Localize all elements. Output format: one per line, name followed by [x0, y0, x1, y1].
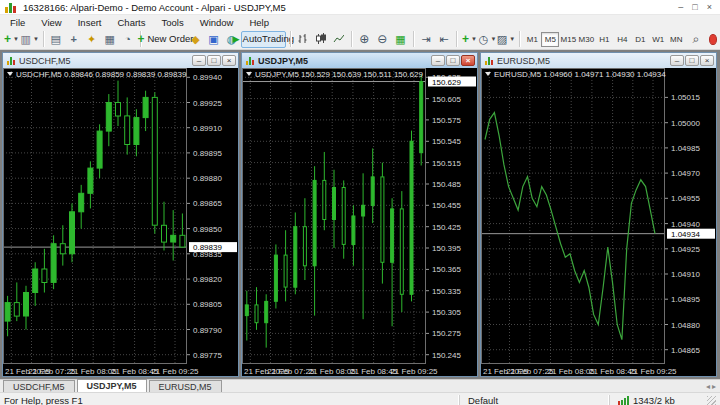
- indicators-button[interactable]: ▼: [461, 31, 478, 48]
- autotrading-toggle[interactable]: AutoTrading: [241, 31, 286, 48]
- app-logo-icon: [5, 2, 18, 13]
- metaeditor-button[interactable]: [187, 31, 204, 48]
- strategy-tester-button[interactable]: [119, 31, 136, 48]
- auto-scroll-button[interactable]: [417, 31, 434, 48]
- chart-window-titlebar[interactable]: USDJPY,M5 – □ ×: [242, 53, 477, 68]
- bid-price-box: 1.04934: [667, 229, 715, 239]
- svg-text:21 Feb 09:25: 21 Feb 09:25: [390, 367, 438, 376]
- window-minimize-button[interactable]: –: [670, 55, 684, 66]
- svg-text:150.575: 150.575: [432, 116, 461, 125]
- timeframe-button-m5[interactable]: M5: [541, 32, 559, 47]
- chart-window-eurusd[interactable]: EURUSD,M5 – □ × 1.050151.050001.049851.0…: [480, 52, 717, 377]
- chart-window-titlebar[interactable]: EURUSD,M5 – □ ×: [481, 53, 716, 68]
- menu-item-view[interactable]: View: [33, 17, 69, 28]
- candlestick-chart-button[interactable]: [312, 31, 329, 48]
- zoom-in-button[interactable]: [356, 31, 373, 48]
- community-icon: [208, 34, 218, 45]
- menu-item-file[interactable]: File: [2, 17, 33, 28]
- new-chart-button[interactable]: ▼: [3, 31, 20, 48]
- window-maximize-button[interactable]: □: [207, 55, 221, 66]
- community-button[interactable]: [205, 31, 222, 48]
- svg-text:150.365: 150.365: [432, 265, 461, 274]
- candlestick-chart-icon: [315, 33, 326, 45]
- chart-shift-button[interactable]: [435, 31, 452, 48]
- market-watch-button[interactable]: [47, 31, 64, 48]
- notification-badge[interactable]: [709, 34, 717, 45]
- profiles-button[interactable]: ▼: [21, 31, 39, 48]
- status-profile[interactable]: Default: [459, 395, 609, 405]
- svg-text:0.89865: 0.89865: [193, 199, 222, 208]
- time-axis: 21 Feb 202521 Feb 07:2521 Feb 08:0521 Fe…: [5, 367, 199, 376]
- window-close-button[interactable]: ×: [222, 55, 236, 66]
- timeframe-button-m1[interactable]: M1: [523, 32, 541, 47]
- app-maximize-button[interactable]: □: [692, 1, 697, 14]
- window-maximize-button[interactable]: □: [446, 55, 460, 66]
- menu-item-window[interactable]: Window: [192, 17, 242, 28]
- chart-window-titlebar[interactable]: USDCHF,M5 – □ ×: [3, 53, 238, 68]
- timeframe-button-h4[interactable]: H4: [613, 32, 631, 47]
- tab-scroll-left-button[interactable]: ◂: [706, 382, 710, 391]
- timeframe-button-m30[interactable]: M30: [577, 32, 595, 47]
- chart-plot-area[interactable]: 150.635150.605150.575150.545150.515150.4…: [242, 68, 477, 376]
- resize-grip[interactable]: [707, 396, 716, 405]
- tab-usdjpy-m5[interactable]: USDJPY,M5: [77, 379, 147, 392]
- menu-item-help[interactable]: Help: [241, 17, 277, 28]
- periods-icon: [479, 34, 489, 45]
- timeframe-button-h1[interactable]: H1: [595, 32, 613, 47]
- data-window-button[interactable]: [65, 31, 82, 48]
- templates-button[interactable]: ▼: [497, 31, 515, 48]
- app-close-button[interactable]: ×: [707, 1, 712, 14]
- periods-button[interactable]: ▼: [479, 31, 496, 48]
- zoom-out-button[interactable]: [374, 31, 391, 48]
- symbol-marker-icon: [7, 72, 13, 76]
- svg-text:1.04925: 1.04925: [671, 245, 700, 254]
- app-minimize-button[interactable]: –: [678, 1, 683, 14]
- tab-eurusd-m5[interactable]: EURUSD,M5: [149, 380, 222, 392]
- status-traffic: 1343/2 kb: [609, 395, 705, 405]
- templates-icon: [497, 34, 507, 45]
- navigator-icon: [87, 34, 96, 45]
- timeframe-button-w1[interactable]: W1: [649, 32, 667, 47]
- toolbar-separator: [413, 31, 414, 47]
- ohlc-info-text: USDCHF,M5 0.89846 0.89859 0.89839 0.8983…: [16, 70, 187, 79]
- svg-text:150.545: 150.545: [432, 137, 461, 146]
- chevron-down-icon: ▼: [509, 36, 515, 42]
- search-button[interactable]: [687, 31, 704, 48]
- line-chart-button[interactable]: [330, 31, 347, 48]
- navigator-button[interactable]: [83, 31, 100, 48]
- chart-window-usdjpy[interactable]: USDJPY,M5 – □ × 150.635150.605150.575150…: [241, 52, 478, 377]
- new-order-button[interactable]: New Order: [145, 31, 186, 48]
- toolbar-separator: [290, 31, 291, 47]
- timeframe-button-mn[interactable]: MN: [667, 32, 685, 47]
- svg-text:150.245: 150.245: [432, 351, 461, 360]
- timeframe-button-d1[interactable]: D1: [631, 32, 649, 47]
- svg-text:1.04955: 1.04955: [671, 194, 700, 203]
- menu-item-charts[interactable]: Charts: [110, 17, 154, 28]
- menu-item-insert[interactable]: Insert: [70, 17, 110, 28]
- chart-shift-icon: [439, 34, 448, 45]
- menubar: FileViewInsertChartsToolsWindowHelp: [0, 15, 720, 29]
- tab-usdchf-m5[interactable]: USDCHF,M5: [3, 380, 75, 392]
- window-maximize-button[interactable]: □: [685, 55, 699, 66]
- menu-item-tools[interactable]: Tools: [153, 17, 191, 28]
- svg-text:21 Feb 09:25: 21 Feb 09:25: [151, 367, 199, 376]
- window-close-button[interactable]: ×: [461, 55, 475, 66]
- tab-scroll-right-button[interactable]: ▸: [712, 382, 716, 391]
- chevron-down-icon: ▼: [13, 36, 19, 42]
- timeframe-button-m15[interactable]: M15: [559, 32, 577, 47]
- window-close-button[interactable]: ×: [700, 55, 714, 66]
- bars-chart-button[interactable]: [294, 31, 311, 48]
- chart-window-usdchf[interactable]: USDCHF,M5 – □ × 0.899400.899250.899100.8…: [2, 52, 239, 377]
- price-axis: 0.899400.899250.899100.898950.898800.898…: [187, 73, 222, 359]
- svg-text:0.89910: 0.89910: [193, 124, 222, 133]
- svg-text:0.89790: 0.89790: [193, 326, 222, 335]
- statusbar: For Help, press F1 Default 1343/2 kb: [0, 392, 720, 405]
- window-minimize-button[interactable]: –: [192, 55, 206, 66]
- window-minimize-button[interactable]: –: [431, 55, 445, 66]
- terminal-button[interactable]: [101, 31, 118, 48]
- svg-text:1.04880: 1.04880: [671, 321, 700, 330]
- chart-plot-area[interactable]: 0.899400.899250.899100.898950.898800.898…: [3, 68, 238, 376]
- toolbar-separator: [351, 31, 352, 47]
- chart-plot-area[interactable]: 1.050151.050001.049851.049701.049551.049…: [481, 68, 716, 376]
- tile-windows-button[interactable]: [392, 31, 409, 48]
